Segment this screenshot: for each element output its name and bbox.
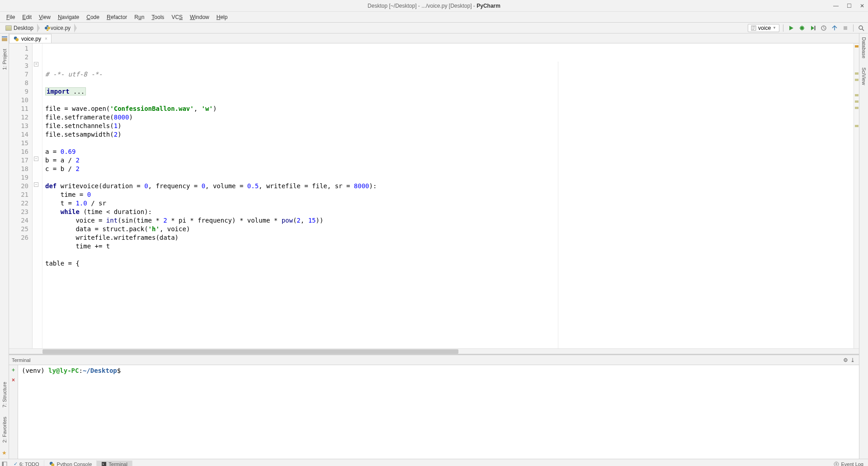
horizontal-scrollbar[interactable]	[9, 348, 859, 354]
tab-database[interactable]: Database	[861, 35, 867, 60]
run-with-coverage-button[interactable]	[809, 24, 817, 32]
settings-icon[interactable]: ⚙	[842, 357, 849, 364]
menu-help[interactable]: Help	[213, 13, 231, 21]
attach-button[interactable]	[830, 24, 839, 32]
minimize-icon[interactable]: —	[833, 3, 839, 9]
tab-project[interactable]: 1: Project	[1, 47, 8, 71]
left-tool-strip: 1: Project 7: Structure 2: Favorites ★	[0, 33, 9, 459]
menu-run[interactable]: Run	[131, 13, 148, 21]
info-marker[interactable]	[855, 79, 859, 81]
file-tab-label: voice.py	[21, 36, 41, 42]
svg-rect-16	[102, 462, 106, 466]
new-session-icon[interactable]: +	[12, 367, 15, 373]
fold-toggle[interactable]: −	[34, 182, 38, 187]
warning-marker[interactable]	[855, 45, 859, 48]
menu-bar: File Edit View Navigate Code Refactor Ru…	[0, 12, 868, 23]
breadcrumb-label: voice.py	[51, 25, 71, 31]
fold-toggle[interactable]: +	[34, 62, 38, 67]
breadcrumb-file[interactable]: voice.py	[41, 23, 74, 33]
terminal-title-label: Terminal	[12, 357, 842, 363]
folder-icon	[5, 25, 12, 31]
terminal-tool-strip: + ×	[9, 365, 18, 459]
menu-refactor[interactable]: Refactor	[103, 13, 131, 21]
python-icon	[44, 25, 51, 31]
info-marker[interactable]	[855, 94, 859, 96]
svg-point-1	[47, 27, 50, 29]
terminal-panel: Terminal ⚙ ⤓ + × (venv) ly@ly-PC:~/Deskt…	[9, 354, 859, 459]
tab-event-log[interactable]: Event Log	[829, 461, 868, 466]
editor-split: 1237891011121314151617181920212223242526…	[9, 43, 859, 459]
terminal-output[interactable]: (venv) ly@ly-PC:~/Desktop$	[18, 365, 859, 459]
code-area[interactable]: 1237891011121314151617181920212223242526…	[9, 43, 859, 348]
tab-favorites[interactable]: 2: Favorites	[1, 415, 8, 444]
navigation-bar: Desktop voice.py voice ▼	[0, 23, 868, 33]
svg-rect-4	[814, 26, 816, 30]
svg-rect-9	[2, 38, 7, 41]
menu-window[interactable]: Window	[186, 13, 213, 21]
project-icon[interactable]	[1, 35, 8, 42]
svg-point-0	[45, 27, 47, 29]
file-tab-voice[interactable]: voice.py ×	[9, 34, 52, 43]
tab-structure[interactable]: 7: Structure	[1, 380, 8, 409]
menu-edit[interactable]: Edit	[19, 13, 35, 21]
editor-container: voice.py × 12378910111213141516171819202…	[9, 33, 859, 459]
run-config-selector[interactable]: voice ▼	[748, 24, 779, 32]
window-title: Desktop [~/Desktop] - .../voice.py [Desk…	[368, 3, 500, 9]
info-marker[interactable]	[855, 125, 859, 127]
menu-view[interactable]: View	[35, 13, 54, 21]
right-tool-strip: Database SciView	[859, 33, 868, 459]
divider	[853, 24, 854, 32]
chevron-down-icon: ▼	[773, 26, 776, 30]
divider	[783, 24, 783, 32]
info-marker[interactable]	[855, 107, 859, 109]
line-number-gutter: 1237891011121314151617181920212223242526	[9, 43, 33, 348]
close-session-icon[interactable]: ×	[12, 377, 15, 383]
svg-point-7	[859, 26, 863, 29]
menu-vcs[interactable]: VCS	[168, 13, 186, 21]
debug-button[interactable]	[798, 24, 806, 32]
terminal-header: Terminal ⚙ ⤓	[9, 355, 859, 365]
stop-button[interactable]	[841, 24, 849, 32]
editor-tabs: voice.py ×	[9, 33, 859, 43]
run-button[interactable]	[787, 24, 795, 32]
maximize-icon[interactable]: ☐	[847, 3, 852, 9]
fold-toggle[interactable]: −	[34, 157, 38, 161]
code-text[interactable]: # -*- utf-8 -*- import ... file = wave.o…	[42, 43, 854, 348]
tool-window-quick-access[interactable]	[0, 461, 9, 466]
title-bar: Desktop [~/Desktop] - .../voice.py [Desk…	[0, 0, 868, 12]
search-everywhere-button[interactable]	[857, 24, 865, 32]
terminal-body: + × (venv) ly@ly-PC:~/Desktop$	[9, 365, 859, 459]
breadcrumb-label: Desktop	[14, 25, 33, 31]
close-icon[interactable]: ✕	[860, 3, 864, 9]
run-config-label: voice	[758, 25, 771, 31]
main-area: 1: Project 7: Structure 2: Favorites ★ v…	[0, 33, 868, 459]
script-icon	[751, 25, 756, 31]
info-marker[interactable]	[855, 100, 859, 103]
fold-gutter: + − −	[33, 43, 42, 348]
menu-navigate[interactable]: Navigate	[54, 13, 83, 21]
svg-point-11	[15, 38, 19, 41]
svg-rect-8	[2, 36, 7, 38]
tab-todo[interactable]: ✓6: TODO	[9, 460, 44, 466]
favorites-icon: ★	[2, 450, 7, 456]
breadcrumbs: Desktop voice.py	[0, 23, 748, 33]
scrollbar-thumb[interactable]	[42, 349, 458, 354]
profile-button[interactable]	[820, 24, 828, 32]
bottom-tool-strip: ✓6: TODO Python Console Terminal Event L…	[0, 459, 868, 466]
window-controls: — ☐ ✕	[833, 3, 864, 9]
tab-python-console[interactable]: Python Console	[44, 460, 97, 466]
menu-file[interactable]: File	[3, 13, 19, 21]
tab-sciview[interactable]: SciView	[861, 66, 867, 87]
info-marker[interactable]	[855, 72, 859, 75]
svg-rect-13	[2, 462, 4, 466]
toolbar-actions: voice ▼	[748, 24, 868, 32]
error-stripe	[854, 43, 859, 348]
menu-tools[interactable]: Tools	[148, 13, 168, 21]
python-icon	[13, 36, 19, 42]
hide-icon[interactable]: ⤓	[849, 357, 856, 364]
tab-terminal[interactable]: Terminal	[97, 461, 132, 466]
breadcrumb-desktop[interactable]: Desktop	[2, 23, 37, 33]
menu-code[interactable]: Code	[83, 13, 103, 21]
right-margin-line	[558, 62, 558, 348]
close-tab-icon[interactable]: ×	[45, 36, 47, 41]
